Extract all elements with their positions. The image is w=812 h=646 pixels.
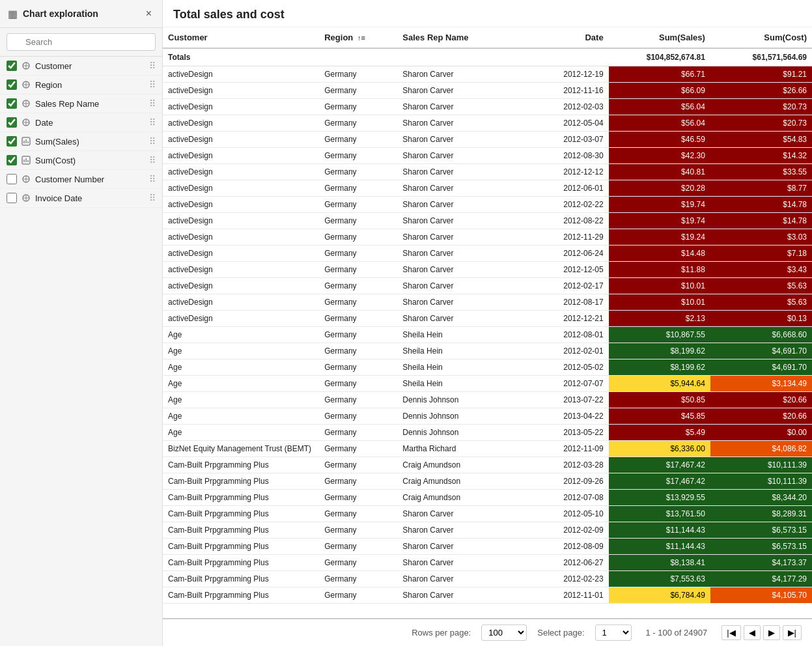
col-header-cost[interactable]: Sum(Cost) (710, 27, 812, 48)
cell-date: 2012-02-09 (523, 522, 609, 539)
cell-date: 2012-02-01 (523, 343, 609, 359)
drag-handle-date[interactable]: ⠿ (149, 117, 156, 128)
cell-cost: $3.43 (710, 262, 812, 278)
cell-region: Germany (319, 229, 397, 246)
cell-region: Germany (319, 83, 397, 99)
cell-region: Germany (319, 311, 397, 327)
drag-handle-sum-cost[interactable]: ⠿ (149, 155, 156, 165)
first-page-button[interactable]: |◀ (721, 625, 740, 640)
checkbox-invoice-date[interactable] (7, 193, 17, 203)
prev-page-button[interactable]: ◀ (744, 625, 761, 640)
checkbox-region[interactable] (7, 79, 17, 90)
totals-row: Totals $104,852,674.81 $61,571,564.69 (163, 48, 812, 66)
sidebar-item-sales-rep-name[interactable]: Sales Rep Name⠿ (0, 94, 162, 113)
measure-icon-sum-cost (21, 155, 31, 165)
cell-region: Germany (319, 425, 397, 441)
cell-customer: activeDesign (163, 132, 319, 148)
cell-cost: $4,691.70 (710, 343, 812, 359)
table-row: Cam-Built Prpgramming Plus Germany Sharo… (163, 522, 812, 539)
cell-customer: Age (163, 343, 319, 359)
checkbox-customer[interactable] (7, 61, 17, 71)
sidebar-item-sum-cost[interactable]: Sum(Cost)⠿ (0, 151, 162, 170)
cell-salesrep: Sharon Carver (397, 522, 522, 539)
sidebar-item-customer-number[interactable]: Customer Number⠿ (0, 170, 162, 189)
table-row: activeDesign Germany Sharon Carver 2012-… (163, 83, 812, 99)
checkbox-sales-rep-name[interactable] (7, 98, 17, 109)
cell-sales: $5.49 (609, 425, 710, 441)
cell-sales: $11.88 (609, 262, 710, 278)
sidebar-item-customer[interactable]: Customer⠿ (0, 57, 162, 76)
page-navigation: |◀ ◀ ▶ ▶| (721, 625, 802, 640)
label-sum-cost: Sum(Cost) (35, 156, 149, 165)
col-header-salesrep[interactable]: Sales Rep Name (397, 27, 522, 48)
cell-region: Germany (319, 457, 397, 473)
col-header-region[interactable]: Region ↑≡ (319, 27, 397, 48)
cell-region: Germany (319, 197, 397, 213)
col-header-date[interactable]: Date (523, 27, 609, 48)
checkbox-date[interactable] (7, 117, 17, 128)
cell-date: 2012-06-27 (523, 555, 609, 571)
close-button[interactable]: × (143, 7, 154, 21)
cell-date: 2012-05-04 (523, 115, 609, 132)
cell-region: Germany (319, 262, 397, 278)
dimension-icon-invoice-date (21, 193, 31, 203)
cell-salesrep: Sharon Carver (397, 311, 522, 327)
last-page-button[interactable]: ▶| (783, 625, 802, 640)
drag-handle-invoice-date[interactable]: ⠿ (149, 193, 156, 203)
sidebar-item-sum-sales[interactable]: Sum(Sales)⠿ (0, 132, 162, 151)
label-region: Region (35, 80, 149, 90)
drag-handle-sum-sales[interactable]: ⠿ (149, 136, 156, 147)
col-header-customer[interactable]: Customer (163, 27, 319, 48)
cell-date: 2012-03-28 (523, 457, 609, 473)
totals-label: Totals (163, 48, 319, 66)
cell-salesrep: Martha Richard (397, 441, 522, 457)
cell-customer: Cam-Built Prpgramming Plus (163, 555, 319, 571)
next-page-button[interactable]: ▶ (763, 625, 780, 640)
cell-salesrep: Dennis Johnson (397, 392, 522, 408)
cell-region: Germany (319, 555, 397, 571)
cell-cost: $7.18 (710, 246, 812, 262)
cell-salesrep: Sharon Carver (397, 278, 522, 294)
table-container[interactable]: Customer Region ↑≡ Sales Rep Name Date S… (163, 27, 812, 618)
cell-salesrep: Sharon Carver (397, 294, 522, 311)
sidebar-item-invoice-date[interactable]: Invoice Date⠿ (0, 189, 162, 208)
cell-cost: $91.21 (710, 66, 812, 83)
checkbox-customer-number[interactable] (7, 174, 17, 184)
cell-date: 2012-11-29 (523, 229, 609, 246)
drag-handle-customer[interactable]: ⠿ (149, 61, 156, 71)
totals-date (523, 48, 609, 66)
search-input[interactable] (7, 33, 156, 51)
drag-handle-customer-number[interactable]: ⠿ (149, 174, 156, 184)
rows-per-page-select[interactable]: 100 50 25 (481, 625, 527, 641)
chart-icon: ▦ (8, 8, 18, 20)
dimension-icon-customer-number (21, 174, 31, 184)
search-container: 🔍 (0, 28, 162, 57)
cell-date: 2012-11-09 (523, 441, 609, 457)
cell-sales: $50.85 (609, 392, 710, 408)
cell-cost: $14.78 (710, 197, 812, 213)
cell-salesrep: Sharon Carver (397, 148, 522, 164)
checkbox-sum-cost[interactable] (7, 155, 17, 165)
table-row: activeDesign Germany Sharon Carver 2012-… (163, 180, 812, 197)
cell-customer: Age (163, 392, 319, 408)
select-page-select[interactable]: 1 (595, 625, 632, 641)
drag-handle-region[interactable]: ⠿ (149, 79, 156, 90)
cell-cost: $8,289.31 (710, 506, 812, 522)
cell-sales: $19.74 (609, 197, 710, 213)
sidebar-item-date[interactable]: Date⠿ (0, 113, 162, 132)
cell-customer: activeDesign (163, 213, 319, 229)
drag-handle-sales-rep-name[interactable]: ⠿ (149, 98, 156, 109)
cell-region: Germany (319, 571, 397, 587)
table-row: Age Germany Dennis Johnson 2013-05-22 $5… (163, 425, 812, 441)
cell-sales: $10,867.55 (609, 327, 710, 343)
col-header-sales[interactable]: Sum(Sales) (609, 27, 710, 48)
table-row: Cam-Built Prpgramming Plus Germany Sharo… (163, 555, 812, 571)
cell-region: Germany (319, 376, 397, 392)
sidebar-item-region[interactable]: Region⠿ (0, 76, 162, 94)
cell-region: Germany (319, 180, 397, 197)
table-row: Age Germany Dennis Johnson 2013-07-22 $5… (163, 392, 812, 408)
checkbox-sum-sales[interactable] (7, 136, 17, 147)
table-row: activeDesign Germany Sharon Carver 2012-… (163, 197, 812, 213)
cell-cost: $14.32 (710, 148, 812, 164)
cell-cost: $4,691.70 (710, 359, 812, 376)
